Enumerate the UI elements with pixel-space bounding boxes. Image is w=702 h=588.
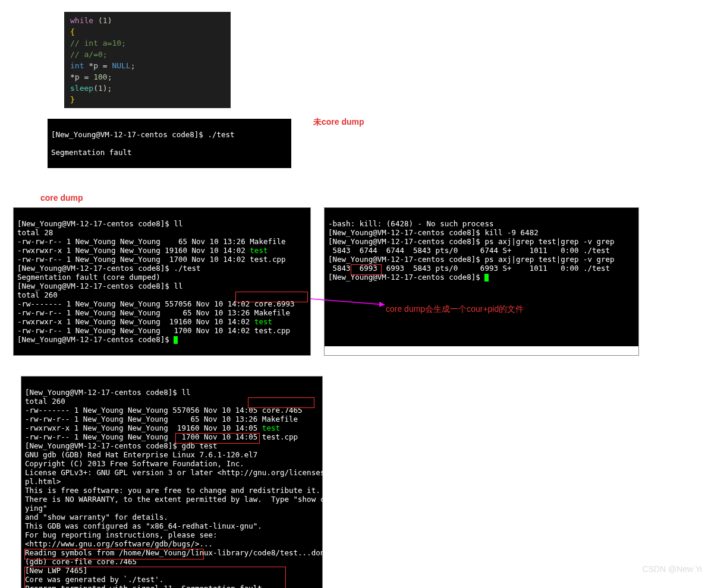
term-line: There is NO WARRANTY, to the extent perm… [25,495,333,513]
term-line: -bash: kill: (6428) - No such process [328,219,493,228]
open-brace: { [70,26,225,37]
term-line: -rw-rw-r-- 1 New_Young New_Young 1700 No… [17,255,286,264]
annotation-text: core dump会生成一个cour+pid的文件 [386,304,524,315]
term-line: [New_Young@VM-12-17-centos code8]$ ll [17,282,182,290]
term-line: <http://www.gnu.org/software/gdb/bugs/>.… [25,539,213,548]
term-line: Reading symbols from /home/New_Young/lin… [25,548,333,557]
term-line: [New_Young@VM-12-17-centos code8]$ ps ax… [328,255,615,264]
term-line: [New_Young@VM-12-17-centos code8]$ ll [25,388,190,397]
term-line: GNU gdb (GDB) Red Hat Enterprise Linux 7… [25,450,257,459]
comment: // a/=0; [70,50,108,59]
term-line: [New_Young@VM-12-17-centos code8]$ ./tes… [51,130,288,139]
watermark: CSDN @New Young [642,564,702,574]
term-line: Segmentation fault [51,148,288,157]
close-brace: } [70,94,225,105]
term-line: Segmentation fault (core dumped) [17,273,160,282]
term-line: total 28 [17,228,53,237]
comment: // int a=10; [70,39,126,48]
term-line: License GPLv3+: GNU GPL version 3 or lat… [25,468,333,486]
term-line: -rw-rw-r-- 1 New_Young New_Young 65 Nov … [17,308,290,317]
label-no-core-dump: 未core dump [313,117,364,128]
cursor-icon [484,274,489,282]
terminal-right: -bash: kill: (6428) - No such process [N… [324,207,639,356]
term-line: total 260 [17,290,58,299]
kw-while: while [70,16,93,25]
term-line: 5843 6993 6993 5843 pts/0 6993 S+ 1011 0… [328,264,610,273]
term-line: -rw-rw-r-- 1 New_Young New_Young 1700 No… [17,326,290,335]
term-line: For bug reporting instructions, please s… [25,530,218,539]
term-line: This GDB was configured as "x86_64-redha… [25,521,262,530]
term-line: [New_Young@VM-12-17-centos code8]$ gdb t… [25,441,218,450]
term-line: -rw------- 1 New_Young New_Young 557056 … [17,299,295,308]
term-line: [New_Young@VM-12-17-centos code8]$ ps ax… [328,237,615,246]
term-line: -rw-rw-r-- 1 New_Young New_Young 1700 No… [25,432,298,441]
term-line: [New_Young@VM-12-17-centos code8]$ ll [17,219,182,228]
term-line: -rw-rw-r-- 1 New_Young New_Young 65 Nov … [25,415,298,423]
terminal-gdb: [New_Young@VM-12-17-centos code8]$ ll to… [21,376,323,588]
term-line: Program terminated with signal 11, Segme… [25,584,266,588]
code-editor: while (1) { // int a=10; // a/=0; int *p… [64,12,231,108]
term-line: [New LWP 7465] [25,566,87,575]
term-line: Core was generated by `./test'. [25,575,163,584]
term-line: [New_Young@VM-12-17-centos code8]$ ./tes… [17,264,201,273]
term-line: total 260 [25,397,65,406]
terminal-left: [New_Young@VM-12-17-centos code8]$ ll to… [13,207,311,356]
term-line: -rw------- 1 New_Young New_Young 557056 … [25,406,303,415]
term-line: and "show warranty" for details. [25,513,168,521]
term-line: 5843 6744 6744 5843 pts/0 6744 S+ 1011 0… [328,246,610,255]
term-line: (gdb) core-file core.7465 [25,557,137,566]
cursor-icon [174,336,178,344]
label-core-dump: core dump [40,193,702,203]
term-line: -rw-rw-r-- 1 New_Young New_Young 65 Nov … [17,237,286,246]
terminal-segfault: [New_Young@VM-12-17-centos code8]$ ./tes… [48,119,291,168]
term-line: [New_Young@VM-12-17-centos code8]$ kill … [328,228,539,237]
term-line: This is free software: you are free to c… [25,486,320,495]
term-line: Copyright (C) 2013 Free Software Foundat… [25,459,244,468]
